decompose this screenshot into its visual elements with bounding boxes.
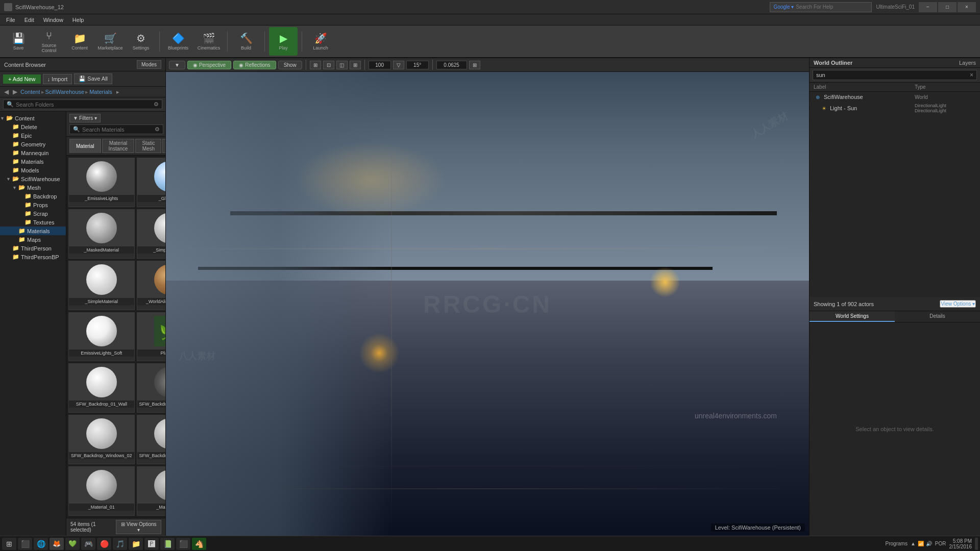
fov-decrease-button[interactable]: ▽ [393, 61, 404, 69]
spotify-button[interactable]: 🎵 [113, 538, 127, 550]
outliner-clear-button[interactable]: × [970, 71, 973, 79]
ue4-button[interactable]: 🐴 [192, 538, 206, 550]
asset-item-world-aligned[interactable]: _WorldAligned Material [137, 261, 165, 310]
layers-button[interactable]: Layers [959, 60, 976, 66]
tree-item-scrap[interactable]: 📁 Scrap [0, 209, 66, 218]
tree-item-mesh[interactable]: ▼ 📂 Mesh [0, 183, 66, 192]
asset-search-input[interactable] [82, 127, 153, 133]
app-button-extra1[interactable]: 📗 [160, 538, 175, 550]
add-new-button[interactable]: + Add New [3, 74, 41, 84]
tree-item-materials[interactable]: 📁 Materials [0, 157, 66, 166]
snap-button[interactable]: ◫ [336, 61, 348, 69]
tab-texture[interactable]: Texture [162, 139, 165, 153]
tree-item-models[interactable]: 📁 Models [0, 166, 66, 174]
tree-item-backdrop[interactable]: 📁 Backdrop [0, 192, 66, 201]
outliner-item-scifiwarehouse[interactable]: ⊕ ScifiWarehouse World [810, 92, 980, 102]
view-options-button[interactable]: ⊞ View Options ▾ [116, 520, 161, 534]
viewport-options-button[interactable]: ▼ [169, 61, 185, 69]
menu-edit[interactable]: Edit [20, 16, 38, 24]
breadcrumb-materials[interactable]: Materials [89, 89, 112, 95]
settings-button[interactable]: ⚙ Settings [127, 27, 155, 56]
reflections-button[interactable]: ◉ Reflections [233, 61, 276, 69]
firefox-button[interactable]: 🦊 [50, 538, 64, 550]
grid-button[interactable]: ⊡ [323, 61, 334, 69]
close-button[interactable]: × [958, 2, 976, 12]
outliner-view-options-button[interactable]: View Options ▾ [940, 300, 976, 308]
play-button[interactable]: ▶ Play [269, 27, 298, 56]
maximize-button[interactable]: □ [938, 2, 957, 12]
asset-item-sfw-wall[interactable]: SFW_Backdrop_01_Wall [68, 363, 135, 413]
breadcrumb-scifiwarehouse[interactable]: ScifiWarehouse [45, 89, 85, 95]
save-all-button[interactable]: 💾 Save All [74, 73, 112, 84]
tab-details[interactable]: Details [895, 311, 980, 322]
tree-item-scifiwarehouse[interactable]: ▼ 📂 ScifiWarehouse [0, 174, 66, 183]
tree-item-geometry[interactable]: 📁 Geometry [0, 140, 66, 148]
blueprints-button[interactable]: 🔷 Blueprints [164, 27, 192, 56]
content-button[interactable]: 📁 Content [65, 27, 94, 56]
menu-file[interactable]: File [2, 16, 19, 24]
camera-button[interactable]: ⊞ [350, 61, 361, 69]
asset-item-sfw-windows3[interactable]: SFW_Backdrop_Windows_03 [137, 415, 165, 464]
help-search-input[interactable] [796, 4, 868, 10]
chrome-button[interactable]: 💚 [65, 538, 80, 550]
transform-button[interactable]: ⊞ [310, 61, 321, 69]
scale-button[interactable]: ⊞ [469, 61, 480, 69]
folder-search-input[interactable] [16, 102, 152, 108]
asset-item-simple-masked[interactable]: _SimpleMasked [137, 209, 165, 259]
import-button[interactable]: ↓ Import [43, 74, 72, 84]
tree-item-maps[interactable]: 📁 Maps [0, 235, 66, 244]
tree-item-mannequin[interactable]: 📁 Mannequin [0, 148, 66, 157]
nav-options[interactable]: ▸ [116, 89, 119, 95]
tree-item-epic[interactable]: 📁 Epic [0, 131, 66, 140]
filters-button[interactable]: ▼ Filters ▾ [69, 114, 101, 122]
launch-button[interactable]: 🚀 Launch [306, 27, 335, 56]
google-brand[interactable]: Google ▾ [773, 4, 794, 10]
media-player-button[interactable]: 🔴 [97, 538, 111, 550]
tree-item-materials-selected[interactable]: 📁 Materials [0, 227, 66, 235]
asset-item-plant-01[interactable]: 🌿 Plant_01 [137, 312, 165, 362]
tree-item-thirdpersonbp[interactable]: 📁 ThirdPersonBP [0, 253, 66, 261]
tab-material[interactable]: Material [69, 139, 101, 153]
asset-item-sfw-windows1[interactable]: SFW_Backdrop_Windows_01 [137, 363, 165, 413]
marketplace-button[interactable]: 🛒 Marketplace [96, 27, 125, 56]
asset-item-emissive-lights[interactable]: _EmissiveLights [68, 158, 135, 207]
viewport-canvas[interactable]: RRCG·CN 人人素材 八人素材 Level: ScifiWarehouse … [166, 72, 809, 536]
epic-games-button[interactable]: 🎮 [81, 538, 95, 550]
tree-item-thirdperson[interactable]: 📁 ThirdPerson [0, 244, 66, 253]
source-control-button[interactable]: ⑂ Source Control [35, 27, 63, 56]
start-button[interactable]: ⊞ [2, 538, 16, 550]
save-button[interactable]: 💾 Save [4, 27, 33, 56]
tree-item-delete[interactable]: 📁 Delete [0, 122, 66, 131]
tab-static-mesh[interactable]: Static Mesh [135, 139, 161, 153]
breadcrumb-content[interactable]: Content [20, 89, 40, 95]
asset-item-generic1[interactable]: _Material_01 [68, 466, 135, 516]
asset-item-generic2[interactable]: _Material_02 [137, 466, 165, 516]
scale-value[interactable]: 0.0625 [436, 61, 467, 69]
asset-item-glass-01[interactable]: _Glass_01 [137, 158, 165, 207]
asset-item-emissive-soft[interactable]: EmissiveLights_Soft [68, 312, 135, 362]
show-button[interactable]: Show [278, 61, 302, 69]
folder-search-settings-icon[interactable]: ⚙ [154, 101, 159, 108]
nav-back[interactable]: ◀ [3, 88, 10, 95]
cinematics-button[interactable]: 🎬 Cinematics [194, 27, 223, 56]
notification-icon[interactable]: ▲ [911, 541, 916, 546]
fov-value[interactable]: 100 [369, 61, 391, 69]
tab-world-settings[interactable]: World Settings [810, 311, 895, 322]
minimize-button[interactable]: − [919, 2, 937, 12]
perspective-button[interactable]: ◉ Perspective [187, 61, 231, 69]
outliner-item-light-sun[interactable]: ☀ Light - Sun DirectionalLight Direction… [810, 102, 980, 114]
show-desktop-button[interactable] [975, 538, 978, 550]
asset-search-settings-icon[interactable]: ⚙ [155, 126, 160, 133]
menu-window[interactable]: Window [39, 16, 67, 24]
photoshop-button[interactable]: 🅿 [144, 538, 159, 550]
build-button[interactable]: 🔨 Build [232, 27, 260, 56]
app-button-extra2[interactable]: ⬛ [176, 538, 190, 550]
volume-icon[interactable]: 🔊 [926, 541, 932, 546]
asset-item-simple-material[interactable]: _SimpleMaterial [68, 261, 135, 310]
modes-button[interactable]: Modes [137, 60, 161, 69]
tree-item-content[interactable]: ▼ 📂 Content [0, 114, 66, 122]
tree-item-props[interactable]: 📁 Props [0, 201, 66, 209]
explorer-button[interactable]: 📁 [129, 538, 143, 550]
edge-browser-button[interactable]: 🌐 [34, 538, 48, 550]
asset-item-sfw-windows2[interactable]: SFW_Backdrop_Windows_02 [68, 415, 135, 464]
